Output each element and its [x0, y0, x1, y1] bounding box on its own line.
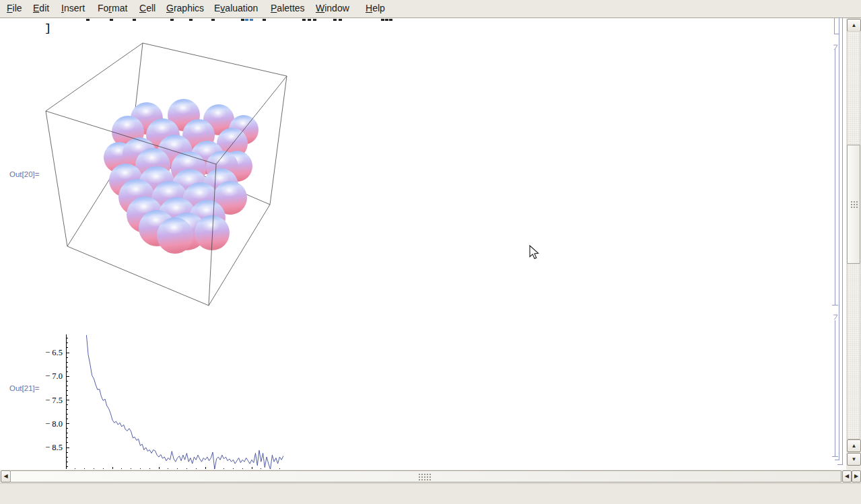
code-fragment	[245, 19, 248, 21]
y-tick-label: − 6.5	[45, 348, 63, 357]
y-tick-label: − 8.5	[45, 443, 63, 452]
tick-labels: 0.51.01.52.0− 6.5− 7.0− 7.5− 8.0− 8.5	[45, 348, 257, 469]
code-fragment	[189, 19, 193, 21]
box-edge	[270, 76, 287, 205]
cell-bracket-group-hook[interactable]	[835, 460, 839, 460]
y-tick-label: − 7.0	[45, 371, 63, 381]
scroll-left-icon: ◀	[3, 474, 7, 479]
code-fragment	[339, 19, 342, 21]
box-edge	[46, 111, 67, 246]
code-fragment	[333, 19, 337, 21]
mouse-cursor-icon	[529, 245, 539, 260]
scroll-left-button-right[interactable]: ◀	[842, 470, 852, 482]
code-fragment	[250, 19, 253, 21]
code-fragment	[389, 19, 392, 21]
menu-palettes[interactable]: Palettes	[271, 3, 305, 13]
menu-cell[interactable]: Cell	[139, 3, 156, 13]
menu-format[interactable]: Format	[98, 3, 127, 13]
status-bar: 100% ▾	[0, 483, 861, 504]
scroll-up-button[interactable]: ▲	[847, 19, 861, 32]
input-cell-closing-bracket[interactable]: ]	[44, 22, 51, 35]
scroll-down-icon: ▼	[852, 457, 857, 462]
cell-bracket-out20-hook[interactable]	[832, 305, 838, 305]
code-fragment	[211, 19, 215, 21]
scroll-up-button-bottom[interactable]: ▲	[847, 439, 861, 452]
cell-bracket-input[interactable]	[834, 18, 835, 34]
energy-line-plot[interactable]: 0.51.01.52.0− 6.5− 7.0− 7.5− 8.0− 8.5	[40, 313, 296, 469]
plot-axes	[66, 334, 289, 469]
scroll-left-icon: ◀	[845, 474, 849, 479]
code-fragment	[263, 19, 266, 21]
cell-bracket-group[interactable]	[839, 18, 839, 460]
cell-bracket-outer-group[interactable]	[842, 18, 843, 464]
sphere	[157, 217, 193, 254]
y-tick-label: − 7.5	[45, 396, 63, 405]
y-tick-label: − 8.0	[45, 419, 63, 429]
cell-bracket-out21[interactable]	[835, 320, 835, 456]
scroll-up-icon: ▲	[852, 23, 857, 28]
code-fragment	[241, 19, 244, 21]
horizontal-scroll-thumb[interactable]	[10, 470, 841, 482]
menu-graphics[interactable]: Graphics	[166, 3, 204, 13]
code-fragment	[385, 19, 388, 21]
horizontal-scrollbar[interactable]: ◀ ◀ ▶	[0, 470, 861, 483]
vertical-scroll-thumb[interactable]	[847, 145, 860, 264]
thumb-grip	[850, 201, 858, 209]
box-edge	[143, 43, 287, 76]
code-fragment	[302, 19, 306, 21]
cell-bracket-input-hook[interactable]	[834, 34, 839, 34]
code-fragment	[308, 19, 311, 21]
out20-cell-label: Out[20]=	[9, 170, 39, 178]
code-fragment	[313, 19, 316, 21]
scroll-right-icon: ▶	[854, 474, 858, 479]
scroll-right-button[interactable]: ▶	[852, 470, 861, 482]
energy-curve	[86, 335, 283, 469]
code-fragment	[170, 19, 174, 21]
cell-bracket-out20-flag[interactable]	[833, 44, 839, 50]
menu-insert[interactable]: Insert	[61, 3, 85, 13]
scroll-left-button[interactable]: ◀	[1, 470, 11, 482]
cell-bracket-outer-group-hook[interactable]	[837, 464, 843, 465]
menu-help[interactable]: Help	[366, 3, 385, 13]
graphics3d-sphere-cluster[interactable]	[40, 40, 296, 311]
menu-bar: FileEditInsertFormatCellGraphicsEvaluati…	[0, 0, 861, 18]
cell-bracket-out21-flag[interactable]	[833, 314, 839, 320]
menu-edit[interactable]: Edit	[33, 3, 49, 13]
code-fragment	[133, 19, 136, 21]
menu-evaluation[interactable]: Evaluation	[214, 3, 258, 13]
thumb-grip	[418, 473, 432, 480]
code-fragment	[86, 19, 90, 21]
vertical-scrollbar[interactable]: ▲ ▲ ▼	[846, 18, 861, 470]
cell-bracket-out21-hook[interactable]	[832, 456, 838, 457]
box-edge	[46, 43, 143, 111]
code-fragment	[381, 19, 384, 21]
scroll-down-button[interactable]: ▼	[847, 453, 861, 466]
box-edge	[67, 246, 209, 305]
menu-window[interactable]: Window	[316, 3, 349, 13]
mathematica-window: FileEditInsertFormatCellGraphicsEvaluati…	[0, 0, 861, 504]
notebook-area[interactable]: ] Out[20]= Out[21]= 0.51.01.52.0− 6.5− 7…	[0, 18, 846, 470]
menu-file[interactable]: File	[7, 3, 22, 13]
out21-cell-label: Out[21]=	[9, 384, 39, 392]
cell-bracket-out20[interactable]	[835, 49, 835, 305]
scroll-up-icon: ▲	[852, 443, 857, 449]
code-fragment	[110, 19, 113, 21]
